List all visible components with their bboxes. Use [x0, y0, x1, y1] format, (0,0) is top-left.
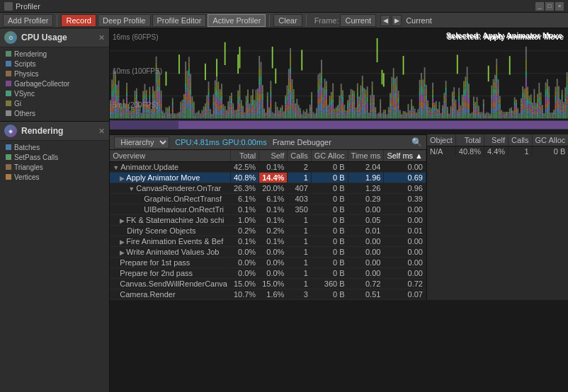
cell-selfms: 0.07 [384, 289, 426, 300]
col-timems[interactable]: Time ms [348, 150, 384, 162]
cell-total: 1.0% [230, 215, 259, 226]
window-controls: _ □ × [535, 2, 564, 11]
clear-button[interactable]: Clear [273, 14, 302, 27]
active-profiler-button[interactable]: Active Profiler [208, 14, 266, 27]
minimize-button[interactable]: _ [535, 2, 544, 11]
rendering-section: ◈ Rendering ✕ BatchesSetPass CallsTriang… [0, 122, 109, 185]
cell-self: 0.1% [259, 215, 288, 226]
table-row[interactable]: ▶FK & Statemachine Job schi 1.0% 0.1% 1 … [110, 215, 426, 226]
table-row[interactable]: Camera.Render 10.7% 1.6% 3 0 B 0.51 0.07 [110, 289, 426, 300]
hierarchy-select[interactable]: Hierarchy [114, 137, 169, 149]
legend-label-text: Batches [14, 144, 40, 151]
profile-chart[interactable] [110, 28, 568, 134]
expand-arrow: ▶ [120, 175, 125, 182]
rendering-icon: ◈ [4, 125, 17, 137]
cpu-section: ⊙ CPU Usage ✕ RenderingScriptsPhysicsGar… [0, 28, 109, 121]
cell-selfms: 0.01 [384, 226, 426, 236]
cell-calls: 403 [288, 194, 311, 204]
rendering-legend: BatchesSetPass CallsTrianglesVertices [0, 141, 109, 185]
legend-item: Vertices [6, 172, 105, 182]
table-container[interactable]: Overview Total Self Calls GC Alloc Time … [110, 150, 426, 300]
table-body: ▼Animator.Update 42.5% 0.1% 2 0 B 2.04 0… [110, 162, 426, 300]
table-row[interactable]: UIBehaviour.OnRectTri 0.1% 0.1% 350 0 B … [110, 204, 426, 215]
table-row[interactable]: Dirty Scene Objects 0.2% 0.2% 1 0 B 0.01… [110, 226, 426, 236]
cell-self: 0.1% [259, 162, 288, 173]
obj-cell-self: 4.4% [484, 146, 509, 157]
search-button[interactable]: 🔍 [411, 137, 422, 147]
col-calls[interactable]: Calls [288, 150, 311, 162]
frame-prev-button[interactable]: ◀ [380, 15, 390, 26]
legend-label-text: SetPass Calls [14, 154, 58, 161]
cell-timems: 2.04 [348, 162, 384, 173]
cell-gcalloc: 0 B [311, 236, 348, 247]
obj-col-total[interactable]: Total [455, 134, 484, 146]
table-row[interactable]: Canvas.SendWillRenderCanva 15.0% 15.0% 1… [110, 279, 426, 289]
frame-next-button[interactable]: ▶ [392, 15, 402, 26]
table-row[interactable]: ▼Animator.Update 42.5% 0.1% 2 0 B 2.04 0… [110, 162, 426, 173]
cell-timems: 0.00 [348, 236, 384, 247]
record-button[interactable]: Record [61, 14, 96, 27]
cell-gcalloc: 0 B [311, 215, 348, 226]
table-row[interactable]: ▶Write Animated Values Job 0.0% 0.0% 1 0… [110, 247, 426, 258]
cell-gcalloc: 0 B [311, 258, 348, 268]
table-row[interactable]: Prepare for 1st pass 0.0% 0.0% 1 0 B 0.0… [110, 258, 426, 268]
table-row[interactable]: Prepare for 2nd pass 0.0% 0.0% 1 0 B 0.0… [110, 268, 426, 279]
cell-total: 15.0% [230, 279, 259, 289]
cell-total: 40.8% [230, 173, 259, 183]
cell-gcalloc: 0 B [311, 226, 348, 236]
table-row[interactable]: ▶Apply Animator Move 40.8% 14.4% 1 0 B 1… [110, 173, 426, 183]
cell-name: ▶Fire Animation Events & Bef [110, 236, 230, 247]
cpu-section-close[interactable]: ✕ [98, 33, 105, 42]
cell-selfms: 0.69 [384, 173, 426, 183]
cell-self: 0.1% [259, 236, 288, 247]
close-button[interactable]: × [555, 2, 564, 11]
left-panel: ⊙ CPU Usage ✕ RenderingScriptsPhysicsGar… [0, 28, 110, 392]
legend-item: Rendering [6, 49, 105, 59]
col-overview[interactable]: Overview [110, 150, 230, 162]
cpu-section-header[interactable]: ⊙ CPU Usage ✕ [0, 28, 109, 47]
table-row[interactable]: ▼CanvasRenderer.OnTrar 26.3% 20.0% 407 0… [110, 183, 426, 194]
col-selfms[interactable]: Self ms ▲ [384, 150, 426, 162]
cell-timems: 0.00 [348, 268, 384, 279]
legend-color [6, 144, 11, 150]
cell-name: Canvas.SendWillRenderCanva [110, 279, 230, 289]
maximize-button[interactable]: □ [545, 2, 554, 11]
col-gcalloc[interactable]: GC Alloc [311, 150, 348, 162]
legend-color [6, 81, 11, 86]
obj-col-gcalloc[interactable]: GC Alloc [532, 134, 568, 146]
rendering-section-close[interactable]: ✕ [98, 127, 105, 136]
col-total[interactable]: Total [230, 150, 259, 162]
gpu-info: GPU:0.00ms [222, 138, 267, 146]
rendering-section-header[interactable]: ◈ Rendering ✕ [0, 122, 109, 141]
cell-total: 26.3% [230, 183, 259, 194]
cell-total: 6.1% [230, 194, 259, 204]
cpu-icon: ⊙ [4, 31, 17, 44]
table-row[interactable]: Graphic.OnRectTransf 6.1% 6.1% 403 0 B 0… [110, 194, 426, 204]
window-title: Profiler [16, 2, 40, 11]
obj-col-object[interactable]: Object [427, 134, 455, 146]
cell-self: 0.0% [259, 258, 288, 268]
cell-self: 1.6% [259, 289, 288, 300]
profile-editor-button[interactable]: Profile Editor [152, 14, 207, 27]
legend-color [6, 91, 11, 96]
table-row[interactable]: ▶Fire Animation Events & Bef 0.1% 0.1% 1… [110, 236, 426, 247]
cell-selfms: 0.00 [384, 247, 426, 258]
add-profiler-button[interactable]: Add Profiler [3, 14, 53, 27]
legend-item: Gi [6, 98, 105, 108]
obj-col-self[interactable]: Self [484, 134, 509, 146]
deep-profile-button[interactable]: Deep Profile [98, 14, 151, 27]
obj-cell-gcalloc: 0 B [532, 146, 568, 157]
frame-current-display[interactable]: Current [340, 14, 376, 27]
obj-col-calls[interactable]: Calls [509, 134, 532, 146]
cell-timems: 1.96 [348, 173, 384, 183]
legend-color [6, 174, 11, 180]
cell-calls: 1 [288, 279, 311, 289]
cell-self: 0.1% [259, 204, 288, 215]
col-self[interactable]: Self [259, 150, 288, 162]
frame-debugger-button[interactable]: Frame Debugger [270, 138, 334, 146]
cell-name: ▼Animator.Update [110, 162, 230, 173]
toolbar-separator-3 [306, 15, 307, 26]
cell-gcalloc: 0 B [311, 162, 348, 173]
object-table-body: N/A 40.8% 4.4% 1 0 B [427, 146, 568, 157]
legend-label-text: Gi [14, 100, 21, 108]
